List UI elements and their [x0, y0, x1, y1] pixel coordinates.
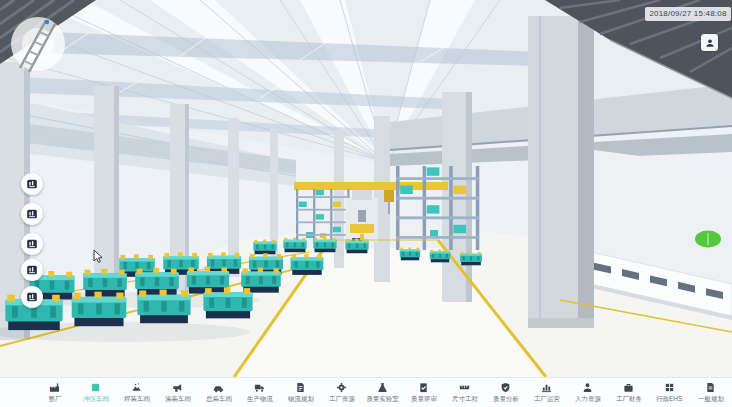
grid-icon: [664, 382, 675, 393]
tab-assembly-workshop[interactable]: 总装车间: [198, 382, 239, 404]
panel-icon: [26, 264, 38, 276]
painting-icon: [172, 382, 183, 393]
panel-icon: [26, 178, 38, 190]
tab-label: 质量实验室: [366, 394, 398, 403]
tab-label: 工厂运营: [534, 394, 560, 403]
tab-dimensional-engineering[interactable]: 尺寸工程: [444, 382, 485, 404]
workshop-tabs: 整厂 冲压车间 焊装车间 涂装车间 总装车间: [34, 382, 239, 404]
tab-painting-workshop[interactable]: 涂装车间: [157, 382, 198, 404]
tab-label: 人力资源: [575, 394, 601, 403]
tab-label: 一般规划: [698, 394, 724, 403]
tab-stamping-workshop[interactable]: 冲压车间: [75, 382, 116, 404]
plan-icon: [295, 382, 306, 393]
tab-label: 质量分析: [493, 394, 519, 403]
stamping-icon: [90, 382, 101, 393]
module-tabs: 生产物流 物流规划 工厂资源 质量实验室 质量评审 尺寸工程: [239, 382, 731, 404]
side-panel-button-3[interactable]: [21, 233, 43, 255]
tab-label: 焊装车间: [124, 394, 150, 403]
truck-icon: [254, 382, 265, 393]
panel-icon: [26, 208, 38, 220]
tab-label: 尺寸工程: [452, 394, 478, 403]
shield-icon: [500, 382, 511, 393]
tab-label: 冲压车间: [83, 394, 109, 403]
tab-logistics-planning[interactable]: 物流规划: [280, 382, 321, 404]
user-button[interactable]: [701, 34, 718, 51]
tab-quality-lab[interactable]: 质量实验室: [362, 382, 403, 404]
review-icon: [418, 382, 429, 393]
assembly-icon: [213, 382, 224, 393]
tab-label: 质量评审: [411, 394, 437, 403]
person-icon: [582, 382, 593, 393]
bottom-toolbar: 整厂 冲压车间 焊装车间 涂装车间 总装车间 生产物流: [0, 377, 732, 407]
datetime-display: 2018/09/27 15:48:08: [645, 7, 731, 21]
side-panel-button-1[interactable]: [21, 173, 43, 195]
tab-quality-review[interactable]: 质量评审: [403, 382, 444, 404]
tab-label: 整厂: [48, 394, 61, 403]
tab-label: 工厂财务: [616, 394, 642, 403]
tab-admin-ehs[interactable]: 行政EHS: [649, 382, 690, 404]
chart-icon: [541, 382, 552, 393]
scene-3d-viewport[interactable]: [0, 0, 732, 377]
tab-label: 工厂资源: [329, 394, 355, 403]
ruler-icon: [459, 382, 470, 393]
document-icon: [705, 382, 716, 393]
panel-icon: [26, 238, 38, 250]
tab-factory-operations[interactable]: 工厂运营: [526, 382, 567, 404]
tab-label: 生产物流: [247, 394, 273, 403]
tab-factory-finance[interactable]: 工厂财务: [608, 382, 649, 404]
tab-human-resources[interactable]: 人力资源: [567, 382, 608, 404]
tab-label: 物流规划: [288, 394, 314, 403]
side-panel-button-5[interactable]: [21, 286, 43, 308]
tab-factory-resources[interactable]: 工厂资源: [321, 382, 362, 404]
scene-3d-render: [0, 0, 732, 377]
plant-icon: [49, 382, 60, 393]
tab-quality-analysis[interactable]: 质量分析: [485, 382, 526, 404]
welding-icon: [131, 382, 142, 393]
side-panel-button-2[interactable]: [21, 203, 43, 225]
tab-welding-workshop[interactable]: 焊装车间: [116, 382, 157, 404]
panel-icon: [26, 291, 38, 303]
tab-production-logistics[interactable]: 生产物流: [239, 382, 280, 404]
tab-label: 总装车间: [206, 394, 232, 403]
green-marker[interactable]: [695, 231, 721, 248]
user-icon: [705, 38, 715, 48]
flask-icon: [377, 382, 388, 393]
briefcase-icon: [623, 382, 634, 393]
factory-digital-twin-app: 2018/09/27 15:48:08 整厂 冲压车间 焊装: [0, 0, 732, 407]
tab-label: 行政EHS: [656, 394, 682, 403]
gear-icon: [336, 382, 347, 393]
tab-general-planning[interactable]: 一般规划: [690, 382, 731, 404]
side-panel-button-4[interactable]: [21, 259, 43, 281]
tab-label: 涂装车间: [165, 394, 191, 403]
tab-whole-plant[interactable]: 整厂: [34, 382, 75, 404]
